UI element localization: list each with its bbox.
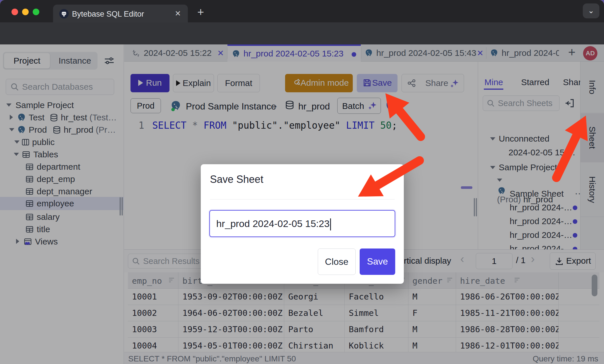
sort-icon[interactable] [513, 276, 521, 284]
dialog-close-button[interactable]: Close [318, 248, 356, 275]
tab-sheet[interactable]: Sheet [580, 113, 604, 162]
play-icon [176, 80, 180, 86]
caret-down-icon[interactable] [14, 140, 20, 144]
traffic-zoom-button[interactable] [33, 9, 39, 15]
browser-tab[interactable]: Bytebase SQL Editor ✕ [53, 5, 188, 22]
sort-icon[interactable] [446, 276, 453, 284]
editor-tab-2-active[interactable]: hr_prod 2024-02-05 15:23 [227, 44, 361, 62]
tab-close-icon[interactable]: ✕ [477, 48, 484, 58]
download-icon [555, 257, 564, 266]
tree-item-hr-test[interactable]: Test hr_test (Test… [0, 111, 124, 124]
prev-page-icon[interactable]: ‹ [460, 253, 464, 265]
sheet-name-input[interactable]: hr_prod 2024-02-05 15:23 [209, 210, 395, 237]
table-icon [25, 199, 34, 208]
search-databases-input[interactable]: Search Databases [6, 79, 114, 95]
caret-right-icon[interactable] [16, 239, 19, 244]
tree-label: department [37, 162, 80, 172]
tree-item-tables-group[interactable]: Tables [0, 148, 124, 161]
tree-item-public-schema[interactable]: public [0, 136, 124, 148]
tree-item-views-group[interactable]: Views [0, 235, 124, 248]
caret-down-icon[interactable] [9, 128, 14, 131]
tree-label: Sample Project [15, 100, 74, 110]
column-header[interactable]: emp_no [128, 272, 178, 289]
tree-item-dept-emp[interactable]: dept_emp [0, 173, 124, 185]
tree-label: title [37, 224, 50, 234]
caret-down-icon[interactable] [490, 137, 495, 140]
tree-item-title[interactable]: title [0, 223, 124, 235]
tree-item-department[interactable]: department [0, 161, 124, 173]
explain-button[interactable]: Explain [173, 74, 214, 92]
caret-down-icon[interactable] [497, 179, 502, 182]
page-number-input[interactable]: 1 [476, 253, 513, 269]
unsaved-dot [352, 52, 356, 57]
caret-down-icon[interactable] [490, 166, 495, 169]
caret-right-icon[interactable] [10, 115, 13, 120]
sheet-item[interactable]: hr_prod 2024-… [510, 203, 572, 212]
tab-project[interactable]: Project [4, 53, 50, 69]
caret-down-icon[interactable] [14, 153, 19, 156]
search-sheets-input[interactable]: Search Sheets [483, 95, 560, 111]
new-tab-button[interactable]: + [197, 6, 204, 18]
dialog-save-button[interactable]: Save [360, 248, 395, 275]
sidebar-resize-handle[interactable] [122, 197, 123, 216]
new-sheet-tab-button[interactable]: + [568, 45, 576, 59]
ai-sparkles-icon [449, 78, 460, 89]
table-icon [25, 163, 34, 171]
sheet-item[interactable]: hr_prod 2024-… [510, 230, 572, 240]
sidebar-resize-handle[interactable] [120, 197, 121, 216]
dialog-close-icon[interactable]: ✕ [386, 173, 394, 184]
editor-tab-3[interactable]: hr_prod 2024-02-05 15:43 ✕ [361, 44, 485, 62]
table-icon [25, 175, 34, 183]
sheet-tab-bar: 2024-02-05 15:22 ✕ hr_prod 2024-02-05 15… [124, 44, 604, 62]
traffic-close-button[interactable] [11, 9, 18, 15]
tab-label: 2024-02-05 15:22 [144, 48, 212, 58]
tree-item-dept-manager[interactable]: dept_manager [0, 185, 124, 197]
panel-resize-handle[interactable] [474, 198, 475, 216]
tab-label: hr_prod 2024-02-05 15:23 [243, 49, 344, 58]
share-button[interactable]: Share [402, 74, 464, 92]
refresh-spinner-icon [385, 97, 400, 112]
tab-mine[interactable]: Mine [484, 77, 503, 87]
browser-toolbar: ← → ⟳ localhost:8080/sql-editor/prod-sam… [0, 22, 604, 44]
breadcrumb-instance[interactable]: Prod Sample Instance [186, 101, 276, 112]
import-sheet-icon[interactable] [564, 98, 575, 109]
table-icon [25, 187, 34, 196]
editor-tab-4[interactable]: hr_prod 2024-0 [487, 44, 559, 62]
sheet-item-sample-sheet[interactable]: Sample Sheet [510, 189, 564, 199]
column-header[interactable]: gender [408, 272, 456, 289]
breadcrumb-database[interactable]: hr_prod [298, 101, 330, 112]
column-header[interactable]: hire_date [456, 272, 559, 289]
editor-tab-1[interactable]: 2024-02-05 15:22 ✕ [128, 44, 227, 62]
sheet-group-project[interactable]: Sample Project [490, 163, 557, 172]
export-button[interactable]: Export [550, 253, 596, 270]
environment-chip[interactable]: Prod [130, 98, 161, 113]
filter-settings-icon[interactable] [104, 56, 115, 66]
tab-starred[interactable]: Starred [521, 77, 549, 87]
results-table: emp_no birth_date first_name last_name g… [124, 272, 604, 352]
tree-item-hr-prod[interactable]: Prod hr_prod (Pr… [0, 124, 124, 136]
tab-info[interactable]: Info [580, 62, 604, 113]
save-button[interactable]: Save [357, 74, 398, 92]
table-scrollbar-thumb[interactable] [592, 275, 597, 296]
sheet-item[interactable]: hr_prod 2024-… [510, 216, 572, 226]
next-page-icon[interactable]: › [531, 253, 535, 265]
tab-instance[interactable]: Instance [53, 52, 96, 70]
browser-tab-close-icon[interactable]: ✕ [175, 9, 181, 18]
sheet-group-unconnected[interactable]: Unconnected [490, 134, 550, 144]
traffic-minimize-button[interactable] [22, 9, 29, 15]
format-button[interactable]: Format [217, 74, 260, 92]
db-label: hr_prod (Pr… [64, 125, 116, 135]
admin-mode-button[interactable]: Admin mode [285, 74, 353, 92]
user-avatar[interactable]: AD [583, 46, 597, 60]
tab-search-button[interactable]: ⌄ [583, 3, 599, 18]
sort-icon[interactable] [168, 276, 175, 284]
batch-mode-chip[interactable]: Batch [337, 98, 381, 114]
tree-item-salary[interactable]: salary [0, 211, 124, 223]
tree-item-sample-project[interactable]: Sample Project [0, 99, 124, 111]
tree-item-employee-selected[interactable]: employee [0, 197, 124, 210]
run-button[interactable]: Run [130, 74, 169, 92]
panel-resize-handle[interactable] [476, 198, 477, 216]
caret-down-icon[interactable] [6, 103, 11, 107]
tab-close-icon[interactable]: ✕ [217, 48, 224, 58]
tab-history[interactable]: History [580, 163, 604, 217]
